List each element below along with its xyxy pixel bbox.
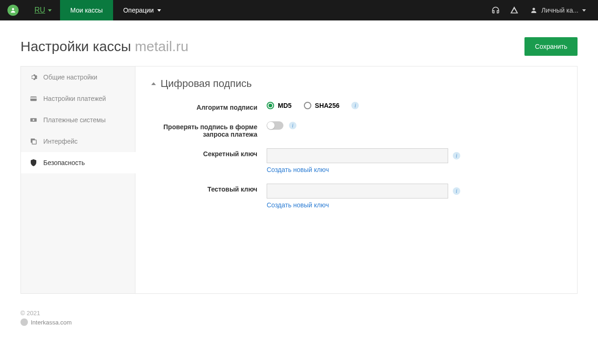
radio-icon bbox=[267, 102, 274, 109]
row-algorithm: Алгоритм подписи MD5 SHA256 i bbox=[151, 102, 561, 111]
avatar-icon bbox=[7, 5, 19, 16]
sidebar-item-label: Интерфейс bbox=[43, 138, 78, 145]
svg-point-0 bbox=[12, 8, 14, 10]
nav-operations[interactable]: Операции bbox=[113, 0, 172, 20]
chevron-down-icon bbox=[48, 9, 52, 12]
svg-rect-7 bbox=[32, 140, 36, 144]
svg-point-1 bbox=[533, 8, 535, 10]
sidebar: Общие настройки Настройки платежей Плате… bbox=[21, 66, 135, 293]
sidebar-item-label: Платежные системы bbox=[43, 116, 106, 124]
row-secret-key: Секретный ключ i Создать новый ключ bbox=[151, 148, 561, 173]
footer-link-label: Interkassa.com bbox=[31, 319, 72, 326]
sidebar-item-general[interactable]: Общие настройки bbox=[21, 66, 135, 88]
nav-item-label: Операции bbox=[123, 7, 154, 14]
link-create-test-key[interactable]: Создать новый ключ bbox=[267, 201, 460, 209]
footer-link[interactable]: Interkassa.com bbox=[20, 318, 578, 326]
cash-icon bbox=[29, 116, 38, 124]
svg-point-5 bbox=[33, 119, 34, 121]
alerts-button[interactable] bbox=[505, 0, 524, 20]
input-test-key[interactable] bbox=[267, 184, 448, 199]
sidebar-item-label: Безопасность bbox=[43, 159, 85, 166]
topbar-right: Личный ка... bbox=[486, 0, 598, 20]
warning-icon bbox=[510, 6, 519, 15]
chevron-down-icon bbox=[582, 9, 586, 12]
nav-item-label: Мои кассы bbox=[70, 7, 103, 14]
gear-icon bbox=[29, 73, 38, 81]
row-test-key: Тестовый ключ i Создать новый ключ bbox=[151, 184, 561, 209]
page-title: Настройки кассы metail.ru bbox=[20, 39, 188, 54]
radio-label: MD5 bbox=[278, 102, 292, 109]
footer: © 2021 Interkassa.com bbox=[0, 305, 598, 339]
section-header[interactable]: Цифровая подпись bbox=[151, 78, 561, 90]
sidebar-item-security[interactable]: Безопасность bbox=[21, 152, 135, 173]
content-area: Цифровая подпись Алгоритм подписи MD5 SH… bbox=[135, 66, 577, 293]
chevron-up-icon bbox=[151, 82, 156, 85]
link-create-secret-key[interactable]: Создать новый ключ bbox=[267, 166, 460, 173]
radio-icon bbox=[304, 102, 311, 109]
headset-icon bbox=[491, 6, 500, 15]
label-verify: Проверять подпись в форме запроса платеж… bbox=[151, 121, 267, 138]
page-header: Настройки кассы metail.ru Сохранить bbox=[0, 20, 598, 66]
label-algorithm: Алгоритм подписи bbox=[151, 102, 267, 111]
radio-md5[interactable]: MD5 bbox=[267, 102, 292, 109]
page-title-sub: metail.ru bbox=[135, 39, 188, 54]
info-icon[interactable]: i bbox=[289, 122, 296, 129]
logo[interactable] bbox=[0, 0, 26, 20]
person-icon bbox=[530, 7, 538, 14]
radio-label: SHA256 bbox=[315, 102, 340, 109]
account-menu[interactable]: Личный ка... bbox=[524, 7, 592, 14]
section-title: Цифровая подпись bbox=[161, 78, 252, 90]
sidebar-item-label: Общие настройки bbox=[43, 73, 97, 81]
info-icon[interactable]: i bbox=[351, 102, 359, 109]
windows-icon bbox=[29, 137, 38, 146]
account-label: Личный ка... bbox=[541, 7, 578, 14]
topbar: RU Мои кассы Операции Личный ка... bbox=[0, 0, 598, 20]
svg-rect-2 bbox=[30, 97, 37, 101]
main-panel: Общие настройки Настройки платежей Плате… bbox=[20, 66, 578, 294]
sidebar-item-payment-systems[interactable]: Платежные системы bbox=[21, 109, 135, 131]
person-icon bbox=[20, 318, 28, 326]
copyright: © 2021 bbox=[20, 310, 578, 317]
chevron-down-icon bbox=[157, 9, 161, 12]
language-label: RU bbox=[34, 6, 45, 14]
input-secret-key[interactable] bbox=[267, 148, 448, 163]
svg-rect-3 bbox=[30, 98, 37, 99]
sidebar-item-label: Настройки платежей bbox=[43, 95, 106, 102]
info-icon[interactable]: i bbox=[453, 152, 460, 159]
save-button[interactable]: Сохранить bbox=[524, 37, 578, 56]
support-button[interactable] bbox=[486, 0, 505, 20]
sidebar-item-interface[interactable]: Интерфейс bbox=[21, 131, 135, 152]
info-icon[interactable]: i bbox=[453, 187, 460, 195]
label-secret-key: Секретный ключ bbox=[151, 148, 267, 158]
page-title-main: Настройки кассы bbox=[20, 39, 131, 54]
shield-icon bbox=[29, 159, 38, 167]
nav-my-cashboxes[interactable]: Мои кассы bbox=[60, 0, 113, 20]
sidebar-item-payment-settings[interactable]: Настройки платежей bbox=[21, 88, 135, 109]
wallet-icon bbox=[29, 94, 38, 103]
row-verify-signature: Проверять подпись в форме запроса платеж… bbox=[151, 121, 561, 138]
label-test-key: Тестовый ключ bbox=[151, 184, 267, 193]
toggle-verify-signature[interactable] bbox=[267, 121, 283, 130]
radio-sha256[interactable]: SHA256 bbox=[304, 102, 340, 109]
language-selector[interactable]: RU bbox=[26, 0, 60, 20]
